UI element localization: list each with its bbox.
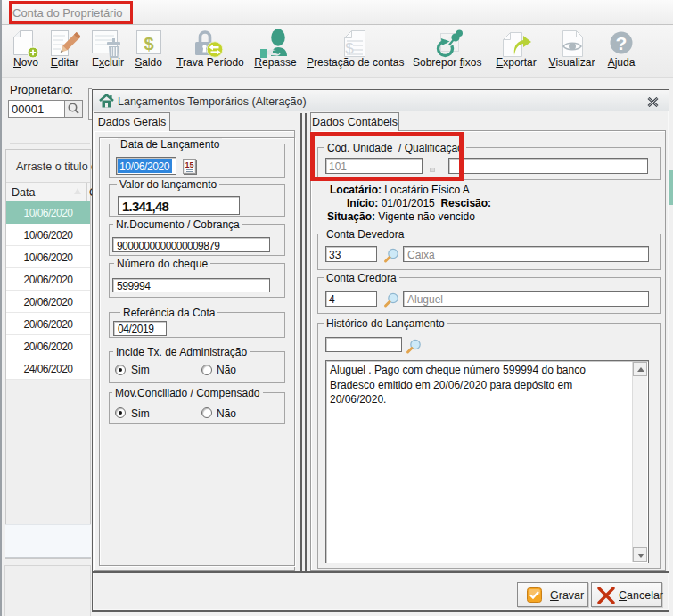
svg-text:$: $ [345, 40, 354, 57]
svg-text:?: ? [616, 33, 628, 53]
svg-text:$: $ [144, 34, 153, 53]
